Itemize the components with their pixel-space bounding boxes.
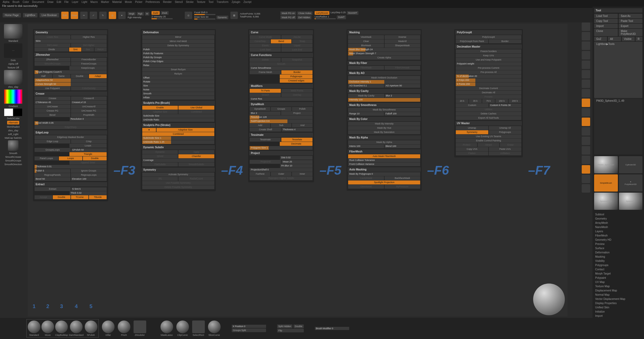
del-higher-button[interactable]: Del Higher xyxy=(71,43,107,47)
sub-button[interactable]: Sub xyxy=(271,123,291,127)
crease-button[interactable]: Crease xyxy=(35,96,70,100)
save-as-button[interactable]: Save As xyxy=(619,14,642,18)
relax-slider[interactable]: Relax xyxy=(142,64,214,67)
menu-file[interactable]: File xyxy=(64,1,69,3)
smoothsubdiv-button[interactable]: SmoothSubdiv xyxy=(178,162,214,166)
tool-polymesh[interactable]: ✦PolyMesh3D xyxy=(619,174,643,192)
grid-icon[interactable] xyxy=(582,108,590,117)
clone-button[interactable]: Clone xyxy=(594,29,618,36)
import-button[interactable]: Import xyxy=(594,24,618,28)
thickness-slider[interactable]: Thickness 0.01 xyxy=(35,165,107,169)
tesselate-button[interactable]: Tesselate xyxy=(281,138,312,142)
lightbox-tools-button[interactable]: Lightbox▶Tools xyxy=(594,42,642,98)
bevelwidth-slider[interactable]: Bevel Width 0.05 xyxy=(35,121,107,125)
custom-button[interactable]: Custom xyxy=(456,103,489,107)
tessimate-button[interactable]: Tessimate xyxy=(250,138,281,142)
mean-slider[interactable]: Mean 25 xyxy=(282,160,312,164)
stretch-button[interactable]: Stretch xyxy=(250,93,281,97)
mask-fiber-header[interactable]: Mask By Fiber xyxy=(348,61,421,65)
double-ex-button[interactable]: Double xyxy=(53,195,70,199)
pre-all-button[interactable]: Pre-process All xyxy=(456,70,521,74)
zremesher-header[interactable]: ZRemesher xyxy=(34,53,107,57)
border-pg-button[interactable]: Border xyxy=(489,39,521,43)
tool-masklasso[interactable] xyxy=(160,321,173,333)
polish-d-button[interactable]: Polish xyxy=(292,107,312,111)
projshell-slider[interactable]: ProjectionShell 0 xyxy=(250,168,312,172)
menu-color[interactable]: Color xyxy=(23,1,29,3)
and-button[interactable]: And xyxy=(292,123,312,127)
move-icon[interactable]: ⇔ xyxy=(80,12,88,19)
paste-uvs-button[interactable]: Paste UVs xyxy=(489,147,521,151)
uncrease-button[interactable]: UnCrease xyxy=(35,105,70,109)
brush-standard[interactable] xyxy=(28,321,40,333)
scale-icon[interactable]: ⤢ xyxy=(90,12,97,19)
menu-alpha[interactable]: Alpha xyxy=(3,1,10,3)
mask-color-header[interactable]: Mask By Color xyxy=(348,117,421,121)
kpoints-slider[interactable]: k Points 200 xyxy=(456,82,521,86)
mask-alpha-header[interactable]: Mask By Alpha xyxy=(348,135,421,140)
maskall-button[interactable]: MaskAll xyxy=(385,39,420,43)
menu-vector-disp-map[interactable]: Vector Displacement Map xyxy=(594,297,642,301)
attract-button[interactable]: Attract xyxy=(478,143,499,147)
menu-transform[interactable]: Transform xyxy=(216,1,228,3)
menu-normal-map[interactable]: Normal Map xyxy=(594,293,642,297)
brush-thumb[interactable] xyxy=(4,24,22,39)
bend-button[interactable]: Bend xyxy=(271,39,291,43)
decimation-header[interactable]: Decimation Master xyxy=(455,44,522,49)
switch-color-button[interactable]: SwitchColor xyxy=(7,117,20,120)
r-button[interactable]: R xyxy=(636,37,642,41)
bpr-icon[interactable] xyxy=(582,22,590,31)
ignore-groups-button[interactable]: Ignore Groups xyxy=(71,169,107,173)
unflatten-button[interactable]: Unflatten xyxy=(489,151,521,155)
delete-caches-button[interactable]: Delete Caches xyxy=(456,112,521,116)
create-alpha-button[interactable]: Create Alpha xyxy=(348,56,420,60)
tessimate-header[interactable]: Tessimate xyxy=(249,133,313,137)
scroll-icon[interactable] xyxy=(582,41,590,50)
qgrid-button[interactable]: QGrid xyxy=(142,154,178,158)
reproject-button[interactable]: Reproject Higher Subdiv xyxy=(250,176,312,180)
weldpoints-button[interactable]: Weld Points xyxy=(281,89,312,93)
inner-button[interactable]: Inner xyxy=(292,172,312,176)
polish-groups-slider[interactable]: Polish By Groups xyxy=(142,56,214,59)
polygroups-uv-button[interactable]: Polygroups xyxy=(489,130,521,134)
append-smt-button[interactable]: Append Smer xyxy=(69,161,107,165)
resolution-slider[interactable]: Resolution 128 xyxy=(250,115,312,119)
gizmo-icon[interactable]: ◎ xyxy=(109,12,116,19)
menu-arraymesh[interactable]: ArrayMesh xyxy=(594,221,642,225)
enable-button[interactable]: Enable xyxy=(142,106,178,110)
paste-tool-button[interactable]: Paste Tool xyxy=(619,19,642,23)
falloff-slider[interactable]: Falloff 100 xyxy=(385,112,420,116)
create-shell-button[interactable]: Create Shell xyxy=(250,128,281,132)
preset-75k-button[interactable]: 75 k xyxy=(482,99,495,103)
menu-zplugin[interactable]: Zplugin xyxy=(232,1,240,3)
automask-fm-button[interactable]: Auto Mask FiberMesh xyxy=(348,154,420,158)
menu-surface[interactable]: Surface xyxy=(594,246,642,250)
alpha-off-label[interactable]: Alpha Off xyxy=(8,63,18,65)
polish-slider[interactable]: Polish xyxy=(142,48,214,52)
dynamesh-header[interactable]: DynaMesh xyxy=(249,102,313,106)
loops-button[interactable]: Loops xyxy=(69,144,107,148)
intensity-slider[interactable]: Intensity 100 xyxy=(348,98,420,102)
tool-cylinder[interactable]: Cylinder3D xyxy=(619,156,643,173)
menu-movie[interactable]: Movie xyxy=(125,1,132,3)
tool-sphere3d1[interactable]: Sphere3D_1 xyxy=(594,193,618,210)
tool-pinch[interactable] xyxy=(118,321,130,333)
inflate-slider[interactable]: Inflate xyxy=(142,96,214,100)
m-button[interactable]: M xyxy=(145,12,150,16)
elastic-button[interactable]: Elastic xyxy=(250,44,281,48)
all-button[interactable]: All xyxy=(608,37,621,41)
blurmask-button[interactable]: BlurMask xyxy=(348,44,384,48)
softlight-label[interactable]: soft_Light xyxy=(8,133,18,136)
farthest-button[interactable]: Farthest xyxy=(250,172,270,176)
smooth-thumb[interactable] xyxy=(8,140,18,151)
menu-brush[interactable]: Brush xyxy=(13,1,20,3)
menu-displacement-map[interactable]: Displacement Map xyxy=(594,289,642,292)
triangle-button[interactable]: Triangle xyxy=(69,152,107,156)
mirror-button[interactable]: Mirror xyxy=(142,35,214,39)
menu-stencil[interactable]: Stencil xyxy=(175,1,183,3)
alternate-button[interactable]: Alternate xyxy=(7,121,19,124)
smart-resym-button[interactable]: Smart ReSym xyxy=(142,68,214,72)
dynamesh-button[interactable]: DynaMesh xyxy=(250,107,270,111)
flip-button[interactable]: Flip xyxy=(277,329,304,332)
local-icon[interactable] xyxy=(582,99,590,107)
